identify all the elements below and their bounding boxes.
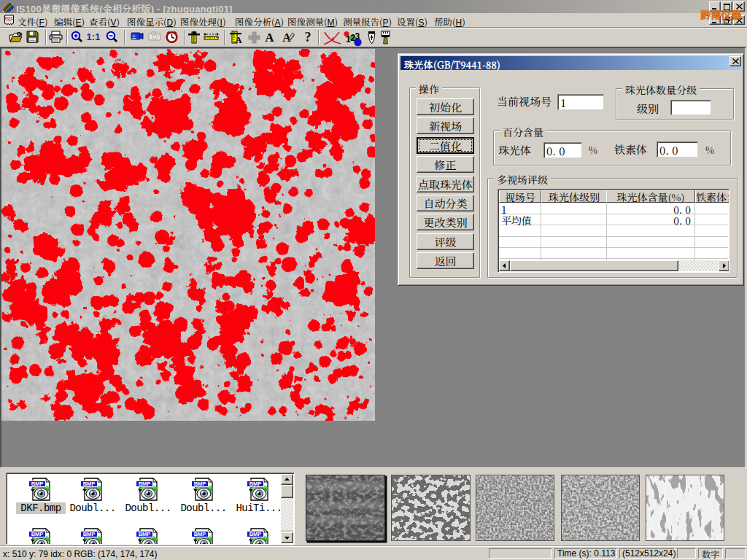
svg-text:BMP: BMP bbox=[194, 531, 206, 537]
svg-text:DOC: DOC bbox=[4, 16, 13, 20]
svg-text:BMP: BMP bbox=[31, 531, 44, 537]
svg-text:BMP: BMP bbox=[31, 481, 44, 487]
svg-text:BMP: BMP bbox=[194, 481, 206, 487]
svg-text:A: A bbox=[235, 34, 242, 44]
svg-text:1:1: 1:1 bbox=[87, 31, 100, 42]
svg-text:A: A bbox=[265, 31, 274, 43]
svg-text:BMP: BMP bbox=[249, 531, 262, 537]
svg-text:BMP: BMP bbox=[83, 531, 96, 537]
svg-text:BMP: BMP bbox=[139, 531, 151, 537]
svg-text:BMP: BMP bbox=[83, 481, 96, 487]
svg-text:3: 3 bbox=[355, 31, 360, 42]
svg-text:BMP: BMP bbox=[249, 481, 262, 487]
svg-text:BMP: BMP bbox=[139, 481, 151, 487]
svg-text:?: ? bbox=[305, 31, 311, 44]
